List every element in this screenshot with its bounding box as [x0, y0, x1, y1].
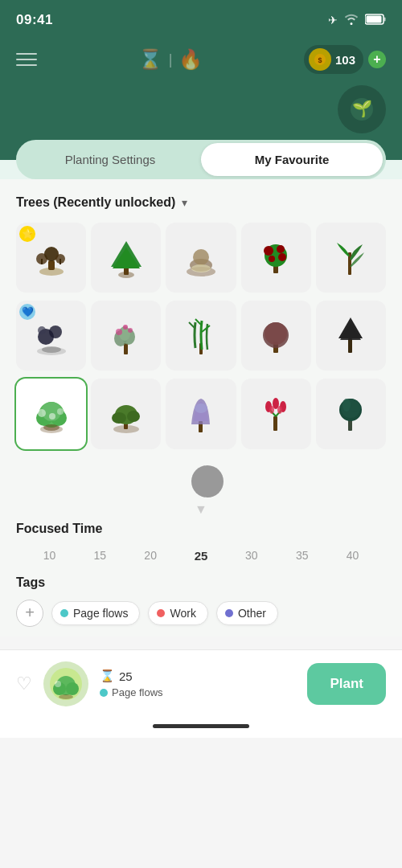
- svg-point-25: [277, 245, 285, 253]
- svg-point-75: [343, 399, 351, 411]
- tab-planting-settings[interactable]: Planting Settings: [19, 143, 201, 176]
- tree-cell-2-4[interactable]: [316, 379, 386, 448]
- tree-cell-1-4[interactable]: [316, 301, 386, 371]
- svg-point-76: [351, 401, 359, 412]
- svg-point-31: [49, 326, 62, 338]
- tag-label-work: Work: [170, 607, 195, 620]
- tag-label-page-flows: Page flows: [73, 607, 128, 620]
- chevron-down-icon[interactable]: ▾: [182, 196, 187, 209]
- plant-avatar[interactable]: 🌱: [338, 85, 386, 133]
- svg-point-80: [66, 682, 79, 695]
- nav-center-icons: ⌛ | 🔥: [138, 48, 203, 71]
- svg-rect-8: [48, 260, 55, 270]
- tree-cell-1-2[interactable]: [166, 301, 236, 371]
- tree-cell-2-3[interactable]: [241, 379, 311, 448]
- coin-display: $ 103: [304, 45, 363, 74]
- tag-dot-other: [225, 609, 233, 617]
- timer-icon: ⌛: [138, 48, 162, 71]
- tab-my-favourite[interactable]: My Favourite: [201, 143, 383, 176]
- svg-rect-2: [384, 17, 386, 21]
- focused-time-label: Focused Time: [16, 522, 386, 536]
- add-tag-button[interactable]: +: [16, 600, 43, 627]
- bottom-info: ⌛ 25 Page flows: [100, 669, 296, 698]
- tag-chip-page-flows[interactable]: Page flows: [51, 601, 140, 625]
- trees-section-title: Trees (Recently unlocked): [16, 195, 175, 210]
- add-coin-button[interactable]: +: [368, 51, 386, 68]
- svg-point-44: [265, 322, 287, 345]
- time-slider-thumb[interactable]: [191, 465, 224, 497]
- svg-rect-45: [348, 338, 352, 353]
- airplane-icon: ✈: [328, 14, 338, 27]
- tree-cell-2-2[interactable]: [166, 379, 236, 448]
- home-bar: [153, 724, 249, 728]
- star-badge: ⭐: [19, 226, 35, 242]
- tab-strip: Planting Settings My Favourite: [16, 140, 386, 179]
- plant-button[interactable]: Plant: [307, 663, 386, 705]
- tree-cell-0-3[interactable]: [241, 223, 311, 293]
- svg-point-63: [195, 403, 207, 413]
- bottom-timer-icon: ⌛: [100, 669, 115, 683]
- svg-rect-1: [367, 15, 382, 23]
- tag-label-other: Other: [238, 607, 266, 620]
- bottom-timer-value: 25: [119, 669, 133, 683]
- status-icons: ✈: [328, 14, 386, 27]
- svg-point-38: [116, 329, 122, 335]
- tick-40: 40: [327, 549, 378, 563]
- tags-section: Tags + Page flows Work Other: [16, 563, 386, 637]
- svg-point-56: [43, 424, 59, 431]
- svg-text:🌱: 🌱: [352, 99, 372, 118]
- svg-point-32: [38, 326, 46, 334]
- tree-cell-0-4[interactable]: [316, 223, 386, 293]
- bottom-plant-preview: [43, 661, 88, 706]
- svg-rect-34: [124, 343, 128, 354]
- svg-point-71: [277, 406, 282, 414]
- tree-cell-0-2[interactable]: [166, 223, 236, 293]
- bottom-bar: ♡ ⌛ 25 Page flows Plant: [0, 649, 402, 718]
- svg-point-27: [278, 253, 286, 261]
- svg-text:$: $: [318, 56, 322, 64]
- tree-cell-0-1[interactable]: [91, 223, 161, 293]
- svg-point-33: [42, 346, 61, 353]
- svg-rect-64: [273, 416, 277, 431]
- tick-25: 25: [176, 549, 227, 563]
- tick-15: 15: [75, 549, 125, 563]
- status-time: 09:41: [16, 12, 53, 28]
- tree-cell-1-1[interactable]: [91, 301, 161, 371]
- tree-grid-row1: ⭐: [16, 223, 386, 293]
- wifi-icon: [344, 14, 359, 27]
- tree-cell-1-3[interactable]: [241, 301, 311, 371]
- fire-icon: 🔥: [178, 48, 203, 71]
- svg-point-21: [191, 264, 211, 272]
- tree-cell-2-0[interactable]: [16, 379, 86, 448]
- focused-time-section: ▼ Focused Time 10 15 20 25 30 35 40: [16, 457, 386, 563]
- svg-point-81: [55, 681, 61, 687]
- battery-icon: [365, 14, 386, 27]
- time-ticks: 10 15 20 25 30 35 40: [16, 549, 386, 563]
- slider-arrow-icon: ▼: [195, 502, 207, 516]
- svg-point-40: [123, 325, 128, 330]
- svg-point-60: [112, 412, 126, 424]
- tick-20: 20: [125, 549, 176, 563]
- tree-cell-1-0[interactable]: 💙: [16, 301, 86, 371]
- svg-point-26: [269, 256, 275, 262]
- tag-chip-work[interactable]: Work: [148, 601, 207, 625]
- bottom-timer-row: ⌛ 25: [100, 669, 296, 683]
- tree-grid-row2: 💙: [16, 301, 386, 371]
- svg-point-61: [127, 411, 140, 422]
- coin-area: $ 103 +: [304, 45, 386, 74]
- tag-dot-work: [157, 609, 165, 617]
- tags-row: + Page flows Work Other: [16, 600, 386, 627]
- coin-icon: $: [309, 48, 331, 71]
- status-bar: 09:41 ✈: [0, 0, 402, 39]
- top-nav: ⌛ | 🔥 $ 103 +: [0, 39, 402, 85]
- tag-chip-other[interactable]: Other: [216, 601, 278, 625]
- svg-point-24: [264, 246, 273, 256]
- favourite-heart-icon[interactable]: ♡: [16, 674, 32, 694]
- plant-avatar-area: 🌱: [0, 85, 402, 140]
- hamburger-button[interactable]: [16, 53, 37, 66]
- tags-label: Tags: [16, 575, 386, 590]
- tree-cell-2-1[interactable]: [91, 379, 161, 448]
- tree-cell-0-0[interactable]: ⭐: [16, 223, 86, 293]
- trees-section-header: Trees (Recently unlocked) ▾: [16, 195, 386, 210]
- svg-point-54: [49, 413, 55, 420]
